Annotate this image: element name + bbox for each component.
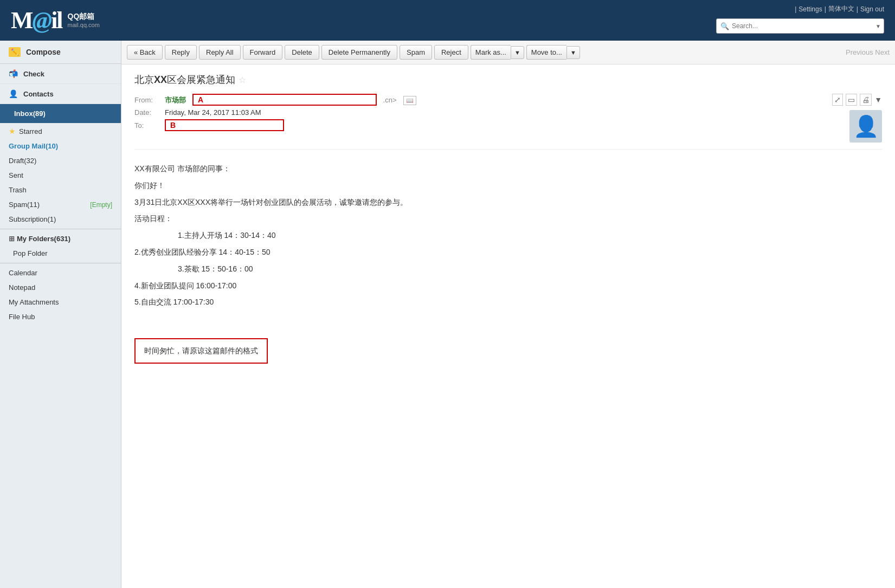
from-email-placeholder-a: A [198,95,203,104]
bottom-note-box: 时间匆忙，请原谅这篇邮件的格式 [134,338,268,364]
lang-link[interactable]: 简体中文 [828,4,854,14]
avatar: 👤 [849,110,882,143]
sidebar-item-inbox[interactable]: Inbox(89) [0,104,121,124]
starred-label: Starred [19,127,42,135]
file-hub-label: File Hub [9,313,35,321]
reply-button[interactable]: Reply [165,45,197,60]
search-icon: 🔍 [720,22,729,30]
schedule-item-3: 3.茶歇 15：50-16：00 [178,261,882,277]
reply-all-button[interactable]: Reply All [199,45,241,60]
window-icon[interactable]: ▭ [846,94,857,106]
to-placeholder-b: B [170,121,176,130]
email-title: 北京XX区会展紧急通知 ☆ [134,73,882,86]
group-mail-label: Group Mail(10) [9,142,58,150]
avatar-person-icon: 👤 [853,114,879,138]
schedule-item-1: 1.主持人开场 14：30-14：40 [178,227,882,244]
sidebar-item-subscription[interactable]: Subscription(1) [0,212,121,227]
date-label: Date: [134,108,160,117]
schedule-item-4: 4.新创业团队提问 16:00-17:00 [134,277,882,294]
draft-label: Draft(32) [9,157,36,165]
sent-label: Sent [9,171,23,179]
search-input[interactable] [716,18,884,34]
sidebar-item-trash[interactable]: Trash [0,183,121,197]
spam-button[interactable]: Spam [400,45,432,60]
mark-as-button[interactable]: Mark as... ▼ [471,45,524,60]
pop-folder-label: Pop Folder [13,249,48,257]
forward-button[interactable]: Forward [243,45,283,60]
sidebar-item-calendar[interactable]: Calendar [0,266,121,280]
folders-plus-icon: ⊞ [9,235,15,243]
from-email-box: A [192,94,377,106]
mark-as-arrow[interactable]: ▼ [511,46,524,59]
move-to-button[interactable]: Move to... ▼ [526,45,580,60]
contacts-label: Contacts [23,90,54,98]
prev-next-nav: Previous Next [846,48,890,56]
check-icon: 📬 [9,69,18,78]
compose-button[interactable]: ✏️ Compose [0,41,121,64]
inbox-label: Inbox(89) [14,109,46,118]
sidebar-item-my-folders[interactable]: ⊞ My Folders(631) [0,231,121,246]
print-icon[interactable]: 🖨 [860,94,872,106]
delete-button[interactable]: Delete [285,45,319,60]
signout-link[interactable]: Sign out [860,5,884,13]
settings-link[interactable]: Settings [799,5,822,13]
spam-empty-label[interactable]: [Empty] [90,201,112,209]
title-text: 北京XX区会展紧急通知 [134,73,235,86]
sidebar-item-notepad[interactable]: Notepad [0,280,121,295]
sidebar-item-spam[interactable]: Spam(11) [Empty] [0,197,121,212]
body-line3: 3月31日北京XX区XXX将举行一场针对创业团队的会展活动，诚挚邀请您的参与。 [134,194,882,211]
previous-button[interactable]: Previous [846,48,873,56]
mark-as-main[interactable]: Mark as... [471,45,511,60]
body-line1: XX有限公司 市场部的同事： [134,160,882,177]
to-label: To: [134,121,160,130]
more-options-icon[interactable]: ▼ [874,95,882,104]
header: M @ il Compose QQ邮箱 mail.qq.com | Settin… [0,0,895,41]
subscription-label: Subscription(1) [9,215,56,223]
logo-area: M @ il Compose QQ邮箱 mail.qq.com [11,7,100,34]
sidebar-item-draft[interactable]: Draft(32) [0,153,121,168]
sidebar-item-pop-folder[interactable]: Pop Folder [0,246,121,261]
to-box: B [165,119,284,131]
email-body: XX有限公司 市场部的同事： 你们好！ 3月31日北京XX区XXX将举行一场针对… [134,160,882,364]
sidebar: ✏️ Compose 📬 Check 👤 Contacts Inbox(89) … [0,41,121,588]
logo-icon: M @ il [11,7,62,34]
star-icon[interactable]: ☆ [239,75,246,85]
search-area: 🔍 ▼ [716,18,884,34]
email-meta: From: 市场部 A .cn> 📖 Date: Friday, Mar 24,… [134,94,882,150]
spam-label: Spam(11) [9,201,40,209]
body-line2: 你们好！ [134,177,882,194]
compose-icon: ✏️ [9,47,21,57]
address-book-icon[interactable]: 📖 [403,96,416,105]
attachments-label: My Attachments [9,298,59,306]
delete-perm-button[interactable]: Delete Permanently [321,45,397,60]
search-dropdown-icon[interactable]: ▼ [875,23,881,29]
calendar-label: Calendar [9,269,37,277]
email-action-icons: ⤢ ▭ 🖨 ▼ [832,94,882,106]
meta-to-row: To: B [134,119,823,131]
move-to-arrow[interactable]: ▼ [566,46,580,59]
schedule-item-5: 5.自由交流 17:00-17:30 [134,294,882,311]
back-button[interactable]: « Back [127,45,163,60]
toolbar: « Back Reply Reply All Forward Delete De… [121,41,895,64]
bottom-note-text: 时间匆忙，请原谅这篇邮件的格式 [144,346,258,355]
meta-fields: From: 市场部 A .cn> 📖 Date: Friday, Mar 24,… [134,94,823,131]
sidebar-item-check[interactable]: 📬 Check [0,64,121,84]
email-right-panel: ⤢ ▭ 🖨 ▼ 👤 [832,94,882,143]
from-label: From: [134,96,160,104]
logo-text: Compose QQ邮箱 mail.qq.com [68,11,100,29]
contacts-icon: 👤 [9,89,18,98]
next-button[interactable]: Next [875,48,890,56]
sidebar-item-file-hub[interactable]: File Hub [0,309,121,324]
sidebar-item-group-mail[interactable]: Group Mail(10) [0,139,121,153]
reject-button[interactable]: Reject [434,45,468,60]
logo-domain: mail.qq.com [68,21,100,29]
expand-icon[interactable]: ⤢ [832,94,843,106]
meta-from-row: From: 市场部 A .cn> 📖 [134,94,823,106]
sidebar-item-attachments[interactable]: My Attachments [0,295,121,309]
move-to-main[interactable]: Move to... [526,45,566,60]
sidebar-item-starred[interactable]: ★ Starred [0,124,121,139]
sidebar-item-contacts[interactable]: 👤 Contacts [0,84,121,104]
sidebar-item-sent[interactable]: Sent [0,168,121,183]
check-label: Check [23,70,44,78]
notepad-label: Notepad [9,283,35,292]
